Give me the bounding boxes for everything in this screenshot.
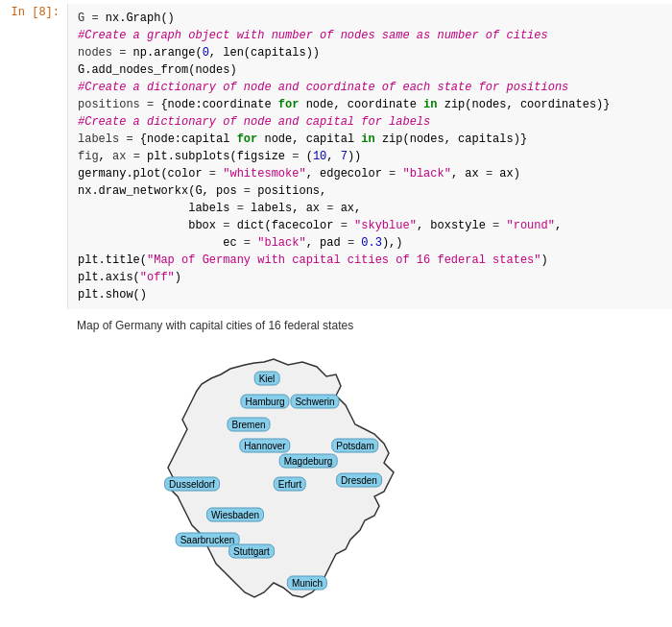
code-line-l14: nx.draw_networkx(G, pos = positions,	[78, 182, 662, 200]
code-line-l7: positions = {node:coordinate for node, c…	[78, 96, 662, 113]
city-label-kiel: Kiel	[254, 372, 280, 386]
code-line-l17: ec = "black", pad = 0.3),)	[78, 234, 662, 252]
city-label-schwerin: Schwerin	[290, 395, 339, 409]
code-line-l3: nodes = np.arange(0, len(capitals))	[78, 44, 662, 61]
city-label-potsdam: Potsdam	[331, 439, 378, 453]
city-label-hannover: Hannover	[239, 439, 290, 453]
code-block: G = nx.Graph()#Create a graph object wit…	[67, 4, 672, 309]
code-line-l9: #Create a dictionary of node and capital…	[78, 113, 662, 131]
city-label-dusseldorf: Dusseldorf	[164, 477, 220, 492]
code-line-l13: germany.plot(color = "whitesmoke", edgec…	[78, 165, 662, 182]
city-label-dresden: Dresden	[336, 473, 382, 488]
city-label-hamburg: Hamburg	[240, 395, 289, 409]
map-title: Map of Germany with capital cities of 16…	[77, 319, 662, 332]
code-line-l20: plt.axis("off")	[78, 269, 662, 286]
city-label-erfurt: Erfurt	[274, 477, 306, 492]
cell-label: In [8]:	[0, 4, 67, 309]
code-line-l15: labels = labels, ax = ax,	[78, 200, 662, 217]
city-label-bremen: Bremen	[227, 418, 270, 432]
code-line-l12: fig, ax = plt.subplots(figsize = (10, 7)…	[78, 148, 662, 165]
code-line-l16: bbox = dict(facecolor = "skyblue", boxst…	[78, 217, 662, 234]
code-line-l1: G = nx.Graph()	[78, 10, 662, 27]
output-area: Map of Germany with capital cities of 16…	[0, 313, 672, 627]
map-container: KielSchwerinHamburgBremenHannoverPotsdam…	[77, 338, 461, 626]
city-label-magdeburg: Magdeburg	[279, 454, 338, 469]
city-label-munich: Munich	[287, 576, 327, 591]
code-lines: G = nx.Graph()#Create a graph object wit…	[78, 10, 662, 303]
code-line-l6: #Create a dictionary of node and coordin…	[78, 79, 662, 96]
code-line-l4: G.add_nodes_from(nodes)	[78, 61, 662, 79]
code-line-l2: #Create a graph object with number of no…	[78, 27, 662, 44]
code-line-l21: plt.show()	[78, 286, 662, 303]
code-line-l19: plt.title("Map of Germany with capital c…	[78, 252, 662, 269]
city-label-wiesbaden: Wiesbaden	[206, 508, 264, 522]
code-line-l10: labels = {node:capital for node, capital…	[78, 131, 662, 148]
city-label-stuttgart: Stuttgart	[228, 544, 275, 559]
